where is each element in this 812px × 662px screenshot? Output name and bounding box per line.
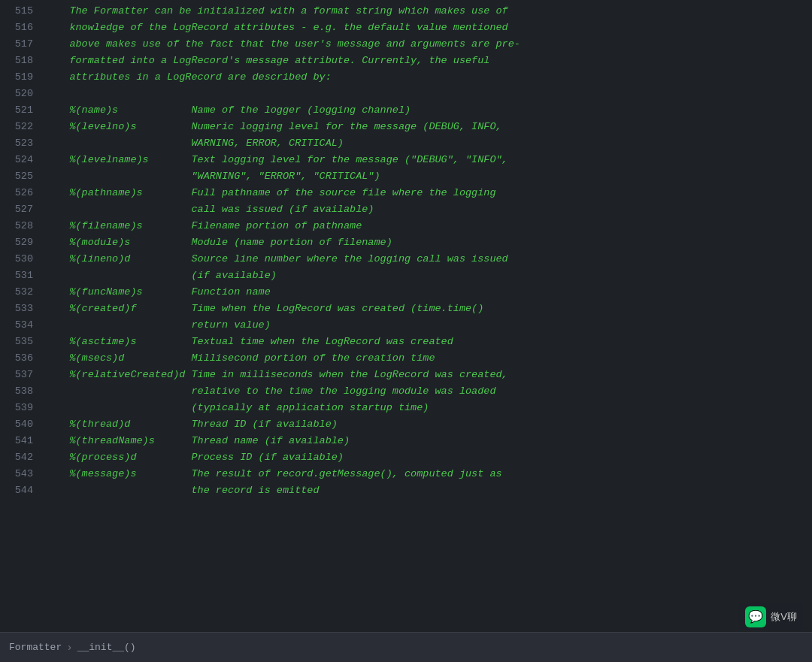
table-row: 532 %(funcName)s Function name bbox=[0, 284, 812, 301]
table-row: 522 %(levelno)s Numeric logging level fo… bbox=[0, 119, 812, 135]
table-row: 533 %(created)f Time when the LogRecord … bbox=[0, 301, 812, 317]
breadcrumb-method: __init__() bbox=[77, 642, 136, 653]
line-content: %(levelno)s Numeric logging level for th… bbox=[45, 119, 502, 135]
table-row: 515 The Formatter can be initialized wit… bbox=[0, 3, 812, 20]
table-row: 524 %(levelname)s Text logging level for… bbox=[0, 152, 812, 168]
table-row: 518 formatted into a LogRecord's message… bbox=[0, 53, 812, 69]
line-content: %(relativeCreated)d Time in milliseconds… bbox=[45, 367, 508, 383]
code-editor: 515 The Formatter can be initialized wit… bbox=[0, 0, 812, 632]
table-row: 520 bbox=[0, 86, 812, 102]
line-number: 537 bbox=[0, 367, 45, 383]
table-row: 534 return value) bbox=[0, 317, 812, 334]
line-number: 529 bbox=[0, 234, 45, 251]
wechat-icon: 💬 bbox=[745, 606, 766, 627]
line-content: formatted into a LogRecord's message att… bbox=[45, 53, 489, 69]
line-content: "WARNING", "ERROR", "CRITICAL") bbox=[45, 168, 380, 185]
line-content: knowledge of the LogRecord attributes - … bbox=[45, 20, 508, 36]
table-row: 535 %(asctime)s Textual time when the Lo… bbox=[0, 334, 812, 350]
line-number: 521 bbox=[0, 102, 45, 119]
line-number: 516 bbox=[0, 20, 45, 36]
line-content: %(module)s Module (name portion of filen… bbox=[45, 234, 392, 251]
table-row: 543 %(message)s The result of record.get… bbox=[0, 466, 812, 482]
line-content: relative to the time the logging module … bbox=[45, 383, 496, 400]
table-row: 527 call was issued (if available) bbox=[0, 201, 812, 218]
status-bar: Formatter › __init__() bbox=[0, 632, 812, 662]
line-number: 525 bbox=[0, 168, 45, 185]
table-row: 542 %(process)d Process ID (if available… bbox=[0, 449, 812, 466]
table-row: 537 %(relativeCreated)d Time in millisec… bbox=[0, 367, 812, 383]
table-row: 526 %(pathname)s Full pathname of the so… bbox=[0, 185, 812, 201]
line-content: (if available) bbox=[45, 268, 277, 284]
breadcrumb-separator-icon: › bbox=[66, 642, 72, 654]
table-row: 540 %(thread)d Thread ID (if available) bbox=[0, 416, 812, 433]
line-content: %(name)s Name of the logger (logging cha… bbox=[45, 102, 411, 119]
line-content: the record is emitted bbox=[45, 482, 320, 499]
table-row: 529 %(module)s Module (name portion of f… bbox=[0, 234, 812, 251]
breadcrumb-class: Formatter bbox=[9, 642, 62, 653]
line-number: 542 bbox=[0, 449, 45, 466]
wechat-label: 微V聊 bbox=[771, 610, 797, 624]
table-row: 541 %(threadName)s Thread name (if avail… bbox=[0, 433, 812, 449]
table-row: 539 (typically at application startup ti… bbox=[0, 400, 812, 416]
line-number: 527 bbox=[0, 201, 45, 218]
line-content: %(message)s The result of record.getMess… bbox=[45, 466, 502, 482]
line-content: %(pathname)s Full pathname of the source… bbox=[45, 185, 496, 201]
line-number: 530 bbox=[0, 251, 45, 268]
table-row: 523 WARNING, ERROR, CRITICAL) bbox=[0, 135, 812, 152]
line-content: WARNING, ERROR, CRITICAL) bbox=[45, 135, 344, 152]
line-number: 515 bbox=[0, 3, 45, 20]
table-row: 517 above makes use of the fact that the… bbox=[0, 36, 812, 53]
table-row: 544 the record is emitted bbox=[0, 482, 812, 499]
line-number: 539 bbox=[0, 400, 45, 416]
line-content: %(created)f Time when the LogRecord was … bbox=[45, 301, 483, 317]
table-row: 536 %(msecs)d Millisecond portion of the… bbox=[0, 350, 812, 367]
table-row: 521 %(name)s Name of the logger (logging… bbox=[0, 102, 812, 119]
table-row: 530 %(lineno)d Source line number where … bbox=[0, 251, 812, 268]
table-row: 531 (if available) bbox=[0, 268, 812, 284]
line-number: 541 bbox=[0, 433, 45, 449]
line-number: 518 bbox=[0, 53, 45, 69]
line-number: 526 bbox=[0, 185, 45, 201]
line-content: call was issued (if available) bbox=[45, 201, 374, 218]
table-row: 516 knowledge of the LogRecord attribute… bbox=[0, 20, 812, 36]
line-number: 533 bbox=[0, 301, 45, 317]
line-content: %(thread)d Thread ID (if available) bbox=[45, 416, 338, 433]
line-content: return value) bbox=[45, 317, 271, 334]
line-number: 538 bbox=[0, 383, 45, 400]
line-content: above makes use of the fact that the use… bbox=[45, 36, 520, 53]
line-content: %(process)d Process ID (if available) bbox=[45, 449, 344, 466]
line-content: The Formatter can be initialized with a … bbox=[45, 3, 508, 20]
line-number: 534 bbox=[0, 317, 45, 334]
line-content: %(asctime)s Textual time when the LogRec… bbox=[45, 334, 453, 350]
line-number: 535 bbox=[0, 334, 45, 350]
wechat-overlay: 💬 微V聊 bbox=[739, 603, 803, 630]
line-number: 531 bbox=[0, 268, 45, 284]
table-row: 525 "WARNING", "ERROR", "CRITICAL") bbox=[0, 168, 812, 185]
line-number: 519 bbox=[0, 69, 45, 86]
line-content: %(lineno)d Source line number where the … bbox=[45, 251, 508, 268]
line-number: 532 bbox=[0, 284, 45, 301]
line-number: 544 bbox=[0, 482, 45, 499]
breadcrumb: Formatter › __init__() bbox=[9, 642, 136, 654]
line-number: 524 bbox=[0, 152, 45, 168]
line-number: 528 bbox=[0, 218, 45, 234]
line-content: %(msecs)d Millisecond portion of the cre… bbox=[45, 350, 435, 367]
line-content: %(levelname)s Text logging level for the… bbox=[45, 152, 508, 168]
line-number: 517 bbox=[0, 36, 45, 53]
line-content: (typically at application startup time) bbox=[45, 400, 429, 416]
line-number: 520 bbox=[0, 86, 45, 102]
line-content: %(funcName)s Function name bbox=[45, 284, 271, 301]
line-number: 536 bbox=[0, 350, 45, 367]
table-row: 519 attributes in a LogRecord are descri… bbox=[0, 69, 812, 86]
line-number: 540 bbox=[0, 416, 45, 433]
table-row: 528 %(filename)s Filename portion of pat… bbox=[0, 218, 812, 234]
line-content: attributes in a LogRecord are described … bbox=[45, 69, 332, 86]
line-number: 523 bbox=[0, 135, 45, 152]
line-number: 522 bbox=[0, 119, 45, 135]
line-number: 543 bbox=[0, 466, 45, 482]
table-row: 538 relative to the time the logging mod… bbox=[0, 383, 812, 400]
line-content: %(filename)s Filename portion of pathnam… bbox=[45, 218, 362, 234]
line-content: %(threadName)s Thread name (if available… bbox=[45, 433, 350, 449]
